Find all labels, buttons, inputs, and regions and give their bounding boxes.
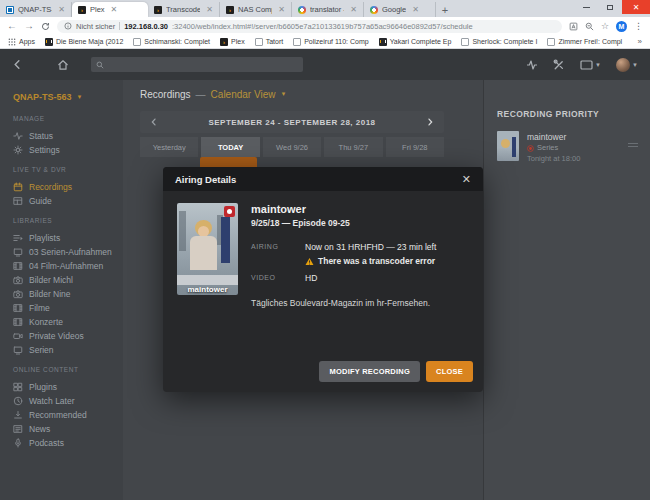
sidebar-item-recommended[interactable]: Recommended: [13, 408, 123, 422]
sidebar-item-plugins[interactable]: Plugins: [13, 380, 123, 394]
chrome-menu-icon[interactable]: ⋮: [634, 21, 643, 31]
close-button[interactable]: CLOSE: [426, 361, 473, 382]
bookmarks-overflow-chevron[interactable]: »: [638, 37, 642, 46]
forward-button[interactable]: →: [24, 21, 34, 31]
sidebar-item-status[interactable]: Status: [13, 129, 123, 143]
tab-title: QNAP-TS-563: [18, 5, 52, 14]
browser-tab-plex[interactable]: ›Plex✕: [72, 2, 148, 17]
film-icon: [13, 303, 23, 313]
priority-item-maintower[interactable]: maintowerSeriesTonight at 18:00: [497, 131, 640, 165]
day-tab-yesterday[interactable]: Yesterday: [140, 137, 198, 157]
tab-close-icon[interactable]: ✕: [58, 5, 65, 14]
reload-button[interactable]: [41, 22, 50, 31]
apps-label: Apps: [19, 38, 35, 45]
day-tab-thu-9-27[interactable]: Thu 9/27: [324, 137, 382, 157]
bookmark-tatort[interactable]: Tatort: [255, 38, 284, 46]
sidebar-section-online-content: ONLINE CONTENT: [13, 366, 123, 375]
minimize-icon: [583, 7, 590, 8]
browser-tab-qnap-ts-563[interactable]: QNAP-TS-563✕: [0, 2, 72, 17]
warning-icon: [305, 257, 314, 266]
camera-icon: [13, 275, 23, 285]
bookmark-zimmer-frei-compl[interactable]: Zimmer Frei!: Compl: [547, 38, 622, 46]
priority-item-schedule: Tonight at 18:00: [527, 154, 580, 165]
day-tab-fri-9-28[interactable]: Fri 9/28: [386, 137, 444, 157]
sidebar-item-label: Watch Later: [29, 396, 75, 406]
bookmark-sherlock-complete-i[interactable]: Sherlock: Complete I: [461, 38, 537, 46]
tab-title: NAS Compatibility Li: [238, 5, 272, 14]
tab-close-icon[interactable]: ✕: [111, 5, 118, 14]
modal-body: maintower maintower 9/25/18 — Episode 09…: [163, 191, 483, 392]
modify-recording-button[interactable]: MODIFY RECORDING: [319, 361, 420, 382]
sidebar-item-konzerte[interactable]: Konzerte: [13, 315, 123, 329]
sidebar-item-recordings[interactable]: Recordings: [13, 180, 123, 194]
sidebar-item-label: Konzerte: [29, 317, 63, 327]
day-tab-wed-9-26[interactable]: Wed 9/26: [263, 137, 321, 157]
url-path: :32400/web/index.html#!/server/b6605e7a2…: [172, 22, 473, 31]
plex-top-nav: ▼ ▼: [0, 49, 650, 80]
sidebar-item-private-videos[interactable]: Private Videos: [13, 329, 123, 343]
modal-header: Airing Details ✕: [163, 167, 483, 191]
plex-app-body: QNAP-TS-563 ▼ MANAGEStatusSettingsLIVE T…: [0, 80, 650, 500]
bookmark-label: Polizeiruf 110: Comp: [304, 38, 368, 45]
bookmark-schimanski-complet[interactable]: Schimanski: Complet: [133, 38, 210, 46]
tab-close-icon[interactable]: ✕: [206, 5, 213, 14]
sidebar-item-bilder-michl[interactable]: Bilder Michl: [13, 273, 123, 287]
plex-favicon: ›: [78, 6, 86, 14]
tab-close-icon[interactable]: ✕: [278, 5, 285, 14]
sidebar-item-watch-later[interactable]: Watch Later: [13, 394, 123, 408]
cast-icon[interactable]: ▼: [580, 60, 601, 70]
browser-tab-translator-google-s[interactable]: translator - Google-S✕: [292, 2, 364, 17]
back-button[interactable]: ←: [7, 21, 17, 31]
plex-user-menu[interactable]: ▼: [616, 58, 638, 72]
tools-icon[interactable]: [553, 59, 565, 71]
maximize-button[interactable]: [598, 0, 622, 14]
sidebar-item-04-film-aufnahmen[interactable]: 04 Film-Aufnahmen: [13, 259, 123, 273]
sidebar-item-serien[interactable]: Serien: [13, 343, 123, 357]
browser-tab-nas-compatibility-li[interactable]: ›NAS Compatibility Li✕: [220, 2, 292, 17]
address-bar[interactable]: Nicht sicher 192.168.0.30:32400/web/inde…: [57, 20, 562, 33]
sidebar-item-news[interactable]: News: [13, 422, 123, 436]
prev-week-button[interactable]: [149, 117, 159, 127]
close-window-button[interactable]: ✕: [622, 0, 650, 14]
home-icon[interactable]: [57, 59, 69, 71]
doc-favicon: [255, 38, 263, 46]
drag-handle-icon[interactable]: [628, 141, 638, 149]
now-airing-entry[interactable]: [200, 157, 257, 167]
sidebar-item-guide[interactable]: Guide: [13, 194, 123, 208]
browser-tab-google[interactable]: Google✕: [364, 2, 436, 17]
sidebar-item-filme[interactable]: Filme: [13, 301, 123, 315]
server-name: QNAP-TS-563: [13, 92, 72, 102]
next-week-button[interactable]: [425, 117, 435, 127]
bookmark-plex[interactable]: ›Plex: [220, 38, 245, 46]
sidebar-section-live-tv-dvr: LIVE TV & DVR: [13, 166, 123, 175]
sidebar-item-settings[interactable]: Settings: [13, 143, 123, 157]
server-selector[interactable]: QNAP-TS-563 ▼: [13, 88, 123, 106]
plex-back-icon[interactable]: [12, 59, 23, 70]
day-tab-today[interactable]: TODAY: [201, 137, 259, 157]
bookmark-star-icon[interactable]: ☆: [601, 21, 609, 31]
translate-icon[interactable]: [569, 22, 578, 31]
tab-close-icon[interactable]: ✕: [350, 5, 357, 14]
sidebar-item-playlists[interactable]: Playlists: [13, 231, 123, 245]
new-tab-button[interactable]: +: [436, 2, 454, 17]
chrome-profile-avatar[interactable]: M: [616, 21, 627, 32]
sidebar-item-label: Settings: [29, 145, 60, 155]
bookmark-yakari-complete-ep[interactable]: Yakari Complete Ep: [379, 38, 452, 46]
minimize-button[interactable]: [574, 0, 598, 14]
sidebar-item-bilder-nine[interactable]: Bilder Nine: [13, 287, 123, 301]
info-icon[interactable]: [64, 22, 72, 30]
activity-icon[interactable]: [526, 59, 538, 71]
plex-search-input[interactable]: [91, 57, 303, 72]
bookmark-die-biene-maja-2012[interactable]: Die Biene Maja (2012: [45, 38, 123, 46]
apps-shortcut[interactable]: Apps: [8, 38, 35, 46]
zoom-icon[interactable]: [585, 22, 594, 31]
sidebar-item-podcasts[interactable]: Podcasts: [13, 436, 123, 450]
view-selector[interactable]: Calendar View▼: [211, 89, 287, 100]
clock-icon: [13, 396, 23, 406]
bookmark-polizeiruf-110-comp[interactable]: Polizeiruf 110: Comp: [293, 38, 368, 46]
browser-tab-transcode-error-ple[interactable]: ›Transcode error - Ple✕: [148, 2, 220, 17]
tab-close-icon[interactable]: ✕: [412, 5, 419, 14]
close-icon[interactable]: ✕: [462, 174, 471, 185]
sidebar-item-03-serien-aufnahmen[interactable]: 03 Serien-Aufnahmen: [13, 245, 123, 259]
doc-favicon: [133, 38, 141, 46]
